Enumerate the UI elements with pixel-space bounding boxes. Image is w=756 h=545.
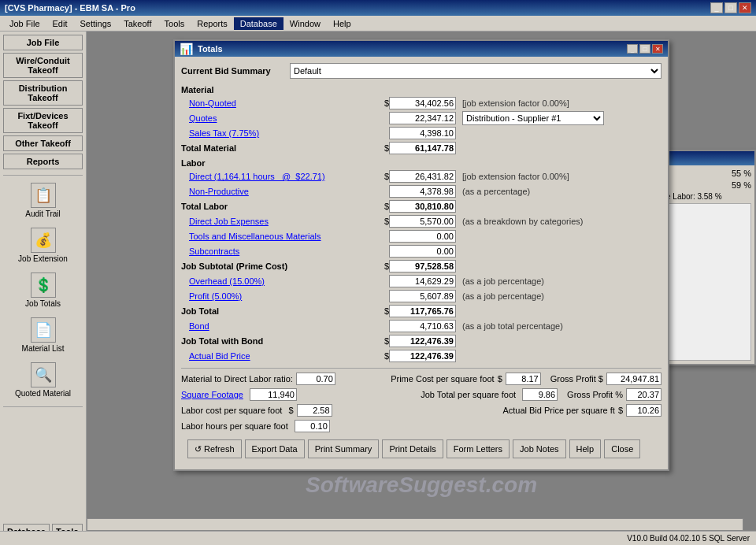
job-total-dollar: $ bbox=[378, 306, 389, 316]
menu-settings[interactable]: Settings bbox=[74, 17, 118, 30]
row-total-labor: Total Labor $ bbox=[181, 199, 662, 213]
job-notes-button[interactable]: Job Notes bbox=[513, 439, 566, 458]
labor-cost-sqft-dollar: $ bbox=[288, 406, 293, 415]
menu-job-file[interactable]: Job File bbox=[3, 17, 46, 30]
print-details-button[interactable]: Print Details bbox=[382, 439, 443, 458]
overhead-link[interactable]: Overhead (15.00%) bbox=[189, 276, 265, 286]
square-footage-link[interactable]: Square Footage bbox=[181, 390, 243, 399]
sidebar-job-file[interactable]: Job File bbox=[3, 35, 83, 50]
non-productive-link[interactable]: Non-Productive bbox=[189, 187, 249, 196]
sales-tax-link[interactable]: Sales Tax (7.75%) bbox=[189, 128, 259, 138]
bg-dialog-content: 55 % 59 % tive Labor: 3.58 % bbox=[655, 165, 754, 364]
sidebar-fixt-devices[interactable]: Fixt/Devices Takeoff bbox=[3, 108, 83, 133]
job-total-bond-dollar: $ bbox=[378, 336, 389, 346]
row-tools-misc: Tools and Miscellaneous Materials bbox=[181, 229, 662, 243]
sidebar-wire-conduit[interactable]: Wire/Conduit Takeoff bbox=[3, 53, 83, 78]
row-overhead: Overhead (15.00%) (as a job percentage) bbox=[181, 274, 662, 288]
export-label: Export Data bbox=[252, 444, 298, 454]
menu-database[interactable]: Database bbox=[234, 17, 284, 30]
total-labor-amount bbox=[389, 200, 456, 213]
subcontracts-label: Subcontracts bbox=[181, 247, 378, 256]
minimize-button[interactable]: _ bbox=[710, 2, 723, 13]
export-data-button[interactable]: Export Data bbox=[245, 439, 305, 458]
row-direct-labor: Direct (1,164.11 hours @ $22.71) $ [job … bbox=[181, 169, 662, 184]
horizontal-scrollbar[interactable] bbox=[87, 518, 743, 531]
sidebar-item-quoted-material[interactable]: 🔍 Quoted Material bbox=[3, 358, 83, 402]
form-letters-button[interactable]: Form Letters bbox=[447, 439, 510, 458]
sidebar-distribution[interactable]: Distribution Takeoff bbox=[3, 80, 83, 106]
menu-help[interactable]: Help bbox=[327, 17, 358, 30]
material-list-icon: 📄 bbox=[31, 317, 56, 343]
row-direct-expenses: Direct Job Expenses $ (as a breakdown by… bbox=[181, 214, 662, 228]
menu-reports[interactable]: Reports bbox=[191, 17, 234, 30]
row-total-material: Total Material $ bbox=[181, 141, 662, 155]
watermark: SoftwareSuggest.com bbox=[306, 473, 537, 498]
tools-misc-label: Tools and Miscellaneous Materials bbox=[181, 232, 378, 241]
quotes-supplier-select[interactable]: Distribution - Supplier #1 bbox=[462, 111, 604, 125]
actual-bid-sqft-label: Actual Bid Price per square ft bbox=[502, 406, 614, 415]
non-productive-amount bbox=[389, 185, 456, 198]
help-label: Help bbox=[576, 444, 595, 454]
actual-bid-link[interactable]: Actual Bid Price bbox=[189, 351, 250, 361]
dialog-close[interactable]: ✕ bbox=[652, 44, 663, 54]
help-button[interactable]: Help bbox=[569, 439, 602, 458]
row-profit: Profit (5.00%) (as a job percentage) bbox=[181, 289, 662, 303]
status-bar: V10.0 Build 04.02.10 5 SQL Server bbox=[0, 531, 756, 545]
close-dialog-label: Close bbox=[611, 444, 633, 454]
refresh-button[interactable]: ↺ Refresh bbox=[187, 439, 242, 458]
quoted-material-icon: 🔍 bbox=[31, 362, 56, 387]
labor-hours-sqft-label: Labor hours per square foot bbox=[181, 421, 288, 431]
tools-misc-link[interactable]: Tools and Miscellaneous Materials bbox=[189, 232, 321, 241]
total-labor-dollar: $ bbox=[378, 202, 389, 211]
sidebar-label-audit-trail: Audit Trail bbox=[25, 209, 60, 218]
menu-bar: Job File Edit Settings Takeoff Tools Rep… bbox=[0, 16, 756, 32]
quotes-link[interactable]: Quotes bbox=[189, 113, 217, 123]
sidebar-other-takeoff[interactable]: Other Takeoff bbox=[3, 135, 83, 151]
bid-summary-select[interactable]: Default bbox=[290, 63, 662, 79]
dialog-minimize[interactable]: _ bbox=[627, 44, 638, 54]
job-total-bond-label: Job Total with Bond bbox=[181, 336, 378, 346]
sidebar-reports[interactable]: Reports bbox=[3, 154, 83, 169]
menu-window[interactable]: Window bbox=[284, 17, 327, 30]
sidebar-item-job-totals[interactable]: 💲 Job Totals bbox=[3, 269, 83, 312]
subcontracts-amount bbox=[389, 245, 456, 258]
form-letters-label: Form Letters bbox=[454, 444, 502, 454]
menu-edit[interactable]: Edit bbox=[46, 17, 74, 30]
non-quoted-link[interactable]: Non-Quoted bbox=[189, 98, 236, 108]
maximize-button[interactable]: □ bbox=[724, 2, 737, 13]
menu-takeoff[interactable]: Takeoff bbox=[117, 17, 158, 30]
dialog-maximize[interactable]: □ bbox=[639, 44, 650, 54]
direct-expenses-link[interactable]: Direct Job Expenses bbox=[189, 217, 269, 226]
bg-dialog-scroll[interactable] bbox=[658, 203, 751, 361]
sidebar-item-job-extension[interactable]: 💰 Job Extension bbox=[3, 224, 83, 267]
menu-tools[interactable]: Tools bbox=[158, 17, 191, 30]
prime-cost-sqft-label: Prime Cost per square foot bbox=[391, 374, 494, 384]
sidebar-item-audit-trail[interactable]: 📋 Audit Trail bbox=[3, 179, 83, 222]
bg-dialog-row-3: tive Labor: 3.58 % bbox=[658, 192, 751, 201]
print-summary-button[interactable]: Print Summary bbox=[308, 439, 380, 458]
bond-link[interactable]: Bond bbox=[189, 321, 209, 331]
actual-bid-amount bbox=[389, 350, 456, 362]
prime-cost-dollar: $ bbox=[498, 374, 502, 384]
direct-labor-link[interactable]: Direct (1,164.11 hours @ $22.71) bbox=[189, 172, 325, 181]
direct-labor-label: Direct (1,164.11 hours @ $22.71) bbox=[181, 172, 378, 181]
bg-dialog-title bbox=[655, 151, 754, 165]
sidebar-item-material-list[interactable]: 📄 Material List bbox=[3, 313, 83, 357]
sidebar-divider-2 bbox=[3, 406, 83, 407]
bond-amount bbox=[389, 320, 456, 332]
close-dialog-button[interactable]: Close bbox=[604, 439, 640, 458]
non-quoted-note: [job extension factor 0.00%] bbox=[462, 98, 569, 108]
job-total-bond-amount bbox=[389, 335, 456, 347]
refresh-label: Refresh bbox=[204, 444, 235, 454]
mat-labor-ratio-label: Material to Direct Labor ratio: bbox=[181, 374, 293, 384]
profit-amount bbox=[389, 290, 456, 302]
non-productive-note: (as a percentage) bbox=[462, 187, 530, 196]
bg-label-59: 59 % bbox=[732, 180, 751, 190]
square-footage-value bbox=[250, 388, 297, 401]
print-summary-label: Print Summary bbox=[315, 444, 372, 454]
direct-expenses-amount bbox=[389, 215, 456, 228]
close-button[interactable]: ✕ bbox=[739, 2, 751, 13]
profit-link[interactable]: Profit (5.00%) bbox=[189, 291, 242, 301]
subcontracts-link[interactable]: Subcontracts bbox=[189, 247, 239, 256]
row-subcontracts: Subcontracts bbox=[181, 244, 662, 258]
